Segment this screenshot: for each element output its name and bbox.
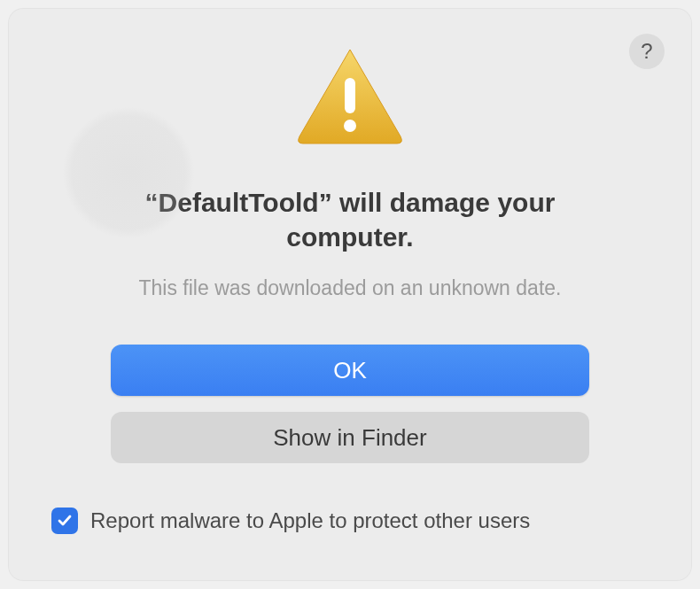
show-in-finder-button-label: Show in Finder: [273, 424, 426, 452]
report-malware-label: Report malware to Apple to protect other…: [90, 508, 530, 533]
checkmark-icon: [56, 512, 74, 530]
help-icon: ?: [641, 39, 652, 64]
gatekeeper-alert-dialog: ? “DefaultToold” will damage your comput…: [9, 9, 691, 580]
alert-title: “DefaultToold” will damage your computer…: [44, 185, 656, 254]
svg-point-1: [344, 120, 356, 132]
svg-rect-0: [345, 78, 355, 113]
ok-button[interactable]: OK: [111, 345, 589, 396]
help-button[interactable]: ?: [629, 34, 665, 69]
warning-icon: [292, 44, 408, 154]
show-in-finder-button[interactable]: Show in Finder: [111, 412, 589, 463]
report-malware-checkbox[interactable]: [51, 508, 78, 534]
report-malware-row: Report malware to Apple to protect other…: [44, 508, 656, 534]
alert-subtitle: This file was downloaded on an unknown d…: [139, 276, 562, 300]
button-group: OK Show in Finder: [111, 345, 589, 463]
ok-button-label: OK: [333, 357, 367, 384]
